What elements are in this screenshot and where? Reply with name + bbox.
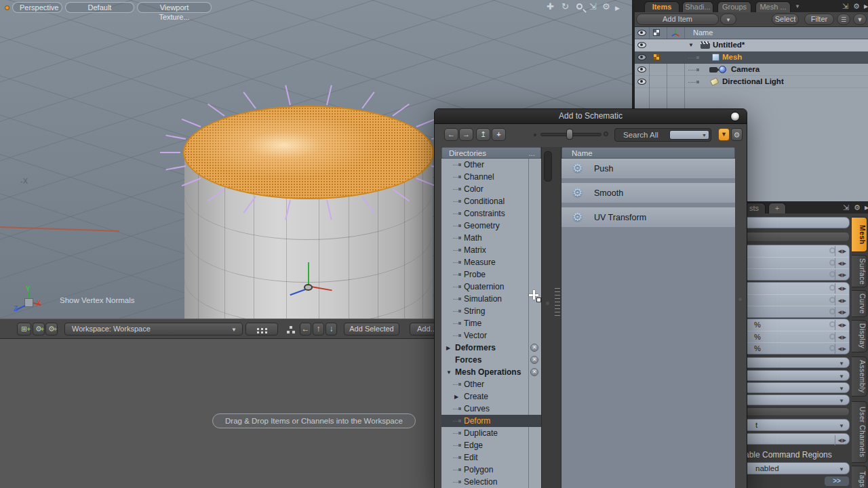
property-field-dark[interactable] xyxy=(743,232,850,242)
mini-slider-arrows-icon[interactable]: ◀▶ xyxy=(837,346,847,352)
property-control-row[interactable]: ◀▶ xyxy=(743,294,849,306)
chevron-down-icon[interactable]: ▼ xyxy=(795,3,800,9)
maximize-icon[interactable]: ⇲ xyxy=(589,1,597,12)
perspective-button[interactable]: Perspective xyxy=(12,2,62,13)
gear-icon[interactable]: ⚙ xyxy=(853,2,860,11)
nav-down-button[interactable]: ↓ xyxy=(326,323,337,336)
directory-row-curves[interactable]: Curves xyxy=(441,403,541,415)
directory-row-matrix[interactable]: Matrix xyxy=(441,244,541,256)
directory-row-duplicate[interactable]: Duplicate xyxy=(441,427,541,439)
item-row[interactable]: Mesh xyxy=(635,52,868,64)
property-dropdown[interactable]: ▼ xyxy=(743,382,850,393)
directory-row-time[interactable]: Time xyxy=(441,317,541,329)
pane-splitter[interactable] xyxy=(541,147,561,488)
close-button[interactable] xyxy=(730,112,740,121)
side-tab-display[interactable]: Display xyxy=(852,320,867,352)
more-arrow-icon[interactable]: ▶ xyxy=(615,3,620,14)
shading-mode-button[interactable]: Default xyxy=(65,2,134,13)
result-row-smooth[interactable]: ⚙Smooth xyxy=(561,183,735,203)
directory-row-edit[interactable]: Edit xyxy=(441,451,541,464)
visibility-eye-icon[interactable] xyxy=(637,66,646,73)
item-row[interactable]: ▼Untitled* xyxy=(635,39,868,52)
property-control-row[interactable]: ◀▶ xyxy=(743,283,849,294)
mini-slider-arrows-icon[interactable]: ◀▶ xyxy=(837,260,847,266)
add-item-button[interactable]: Add Item xyxy=(636,14,719,25)
side-tab-curve[interactable]: Curve xyxy=(852,290,867,317)
layout-grid-button[interactable] xyxy=(245,323,278,336)
directory-row-geometry[interactable]: Geometry xyxy=(441,220,541,232)
scrollbar-thumb[interactable] xyxy=(544,151,552,182)
pan-icon[interactable]: ✚ xyxy=(547,1,554,12)
directory-row-quaternion[interactable]: Quaternion xyxy=(441,281,541,293)
up-level-button[interactable]: ↥ xyxy=(476,128,490,141)
add-workspace-button[interactable]: ⊞+ xyxy=(17,323,31,336)
result-row-uv-transform[interactable]: ⚙UV Transform xyxy=(561,207,735,227)
close-circle-icon[interactable]: ✕ xyxy=(530,368,538,376)
maximize-icon[interactable]: ⇲ xyxy=(842,2,848,11)
property-field[interactable]: ◀▶ xyxy=(743,433,850,445)
directory-row-math[interactable]: Math xyxy=(441,232,541,244)
search-input[interactable]: ▼ xyxy=(669,130,709,140)
more-arrow-icon[interactable]: ▶ xyxy=(865,205,868,211)
mini-slider-arrows-icon[interactable]: ◀▶ xyxy=(837,285,847,291)
directory-row-probe[interactable]: Probe xyxy=(441,268,541,281)
add-directory-button[interactable]: + xyxy=(492,128,506,141)
directory-row-deformers[interactable]: ▶Deformers✕ xyxy=(441,342,541,354)
directory-row-forces[interactable]: Forces✕ xyxy=(441,354,541,366)
zoom-icon[interactable] xyxy=(576,3,583,9)
mini-slider-arrows-icon[interactable]: ◀▶ xyxy=(837,322,847,328)
expander-icon[interactable]: ▼ xyxy=(688,42,694,48)
directory-row-measure[interactable]: Measure xyxy=(441,256,541,268)
collapsed-arrow-icon[interactable]: ▶ xyxy=(446,345,450,351)
settings-gear-icon[interactable]: ⚙ xyxy=(602,1,610,12)
forward-button[interactable]: → xyxy=(459,128,473,141)
add-tab-button[interactable]: + xyxy=(768,203,786,214)
directory-row-conditional[interactable]: Conditional xyxy=(441,195,541,207)
rotate-icon[interactable]: ↻ xyxy=(561,1,569,12)
directory-row-other[interactable]: Other xyxy=(441,378,541,390)
directory-row-mesh-operations[interactable]: ▼Mesh Operations✕ xyxy=(441,366,541,378)
directory-row-create[interactable]: ▶Create xyxy=(441,390,541,403)
render-toggle-icon[interactable] xyxy=(653,54,660,60)
mini-slider-arrows-icon[interactable]: ◀▶ xyxy=(837,298,847,304)
gear-icon[interactable]: ⚙ xyxy=(854,203,861,212)
directory-row-constraints[interactable]: Constraints xyxy=(441,207,541,220)
visibility-eye-icon[interactable] xyxy=(637,54,646,60)
result-row-push[interactable]: ⚙Push xyxy=(561,159,735,178)
back-button[interactable]: ← xyxy=(444,128,458,141)
side-tab-mesh[interactable]: Mesh xyxy=(852,217,867,252)
expanded-arrow-icon[interactable]: ▼ xyxy=(446,369,452,375)
side-tab-user-channels[interactable]: User Channels xyxy=(852,401,867,463)
directory-row-edge[interactable]: Edge xyxy=(441,439,541,451)
percent-value-row[interactable]: %◀▶ xyxy=(743,331,849,342)
mini-slider-arrows-icon[interactable]: ◀▶ xyxy=(837,272,847,278)
directory-row-other[interactable]: Other xyxy=(441,159,541,171)
mini-slider-arrows-icon[interactable]: ◀▶ xyxy=(837,309,847,315)
slider-handle[interactable] xyxy=(566,129,573,140)
percent-value-row[interactable]: %◀▶ xyxy=(743,319,849,331)
cylinder-top-cap-selected[interactable] xyxy=(183,106,434,199)
expand-more-button[interactable]: >> xyxy=(824,476,850,487)
workspace-selector[interactable]: Workspace: Workspace ▼ xyxy=(64,323,243,336)
dialog-title-bar[interactable]: Add to Schematic xyxy=(435,109,747,124)
enabled-dropdown[interactable]: nabled▼ xyxy=(743,462,850,474)
directory-row-vector[interactable]: Vector xyxy=(441,329,541,342)
directory-row-channel[interactable]: Channel xyxy=(441,171,541,183)
property-dropdown[interactable]: t▼ xyxy=(743,419,850,431)
select-button[interactable]: Select xyxy=(772,14,799,25)
add-item-dropdown[interactable]: ▼ xyxy=(720,14,736,25)
tab-shadi[interactable]: Shadi... xyxy=(682,1,713,12)
item-row[interactable]: Camera xyxy=(635,64,868,76)
side-tab-assembly[interactable]: Assembly xyxy=(852,357,867,396)
mini-slider-arrows-icon[interactable]: ◀▶ xyxy=(837,437,847,443)
viewport-texture-button[interactable]: Viewport Texture... xyxy=(137,2,212,13)
search-scope-label[interactable]: Search All xyxy=(623,131,658,139)
workspace-settings-button[interactable]: ⚙+ xyxy=(33,323,45,336)
property-control-row[interactable]: ◀▶ xyxy=(743,268,849,280)
side-tab-surface[interactable]: Surface xyxy=(852,255,867,287)
list-options-button[interactable]: ☰ xyxy=(837,14,850,25)
tab-items[interactable]: Items xyxy=(644,1,679,12)
splitter-grip[interactable] xyxy=(555,288,560,318)
pivot-center-handle[interactable] xyxy=(304,284,313,291)
property-control-row[interactable]: ◀▶ xyxy=(743,257,849,268)
